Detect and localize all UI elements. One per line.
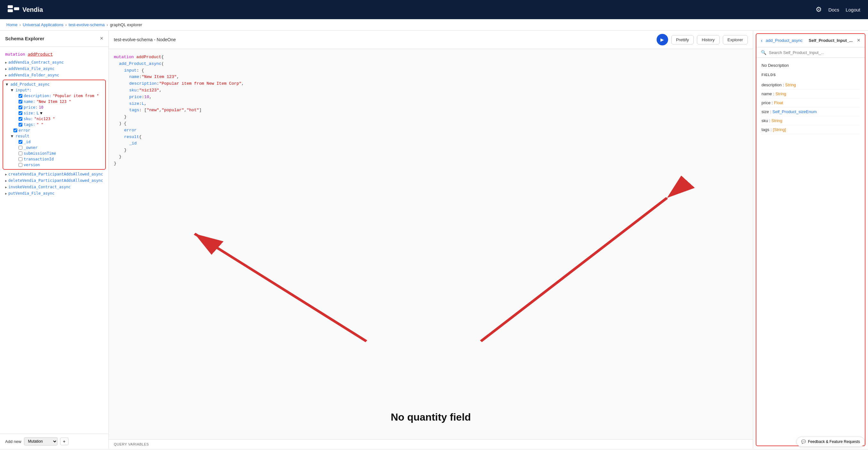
code-line-4: name: "New Item 123", (129, 74, 748, 81)
schema-item-put-file-label: putVendia_File_async (8, 191, 55, 196)
doc-field-price: price : Float (762, 98, 860, 107)
arrow-icon-contract: ▶ (5, 61, 7, 64)
code-line-13: result { (124, 134, 748, 141)
code-line-3: input: { (124, 67, 748, 74)
logout-link[interactable]: Logout (846, 7, 860, 12)
schema-item-put-file[interactable]: ▶ putVendia_File_async (0, 190, 108, 197)
field-error: error (8, 128, 105, 133)
editor-toolbar: test-evolve-schema - NodeOne ▶ Prettify … (109, 31, 753, 49)
schema-item-invoke-contract-label: invokeVendia_Contract_async (8, 185, 71, 189)
code-line-11: ) { (119, 121, 748, 127)
arrow-icon-delete-participant: ▶ (5, 179, 7, 183)
search-icon: 🔍 (761, 50, 766, 55)
doc-field-size: size : Self_Product_sizeEnum (762, 107, 860, 116)
field-name-checkbox[interactable] (19, 100, 22, 103)
code-line-14: _id (129, 140, 748, 147)
schema-item-folder[interactable]: ▶ addVendia_Folder_async (0, 72, 108, 78)
doc-panel: ‹ add_Product_async Self_Product_Input_.… (753, 31, 868, 449)
code-line-1: mutation addProduct { (114, 54, 748, 61)
field-sku: sku: "nic123 " (13, 116, 105, 122)
schema-item-contract-label: addVendia_Contract_async (8, 60, 64, 65)
main-container: Schema Explorer × mutation addProduct ▶ … (0, 31, 868, 449)
mutation-type-select[interactable]: Mutation Query Subscription (24, 437, 58, 446)
history-button[interactable]: History (697, 35, 719, 44)
doc-content: No Description FIELDS description : Stri… (756, 58, 865, 446)
code-line-5: description: "Popular item from New Item… (129, 81, 748, 87)
field-sku-checkbox[interactable] (19, 117, 22, 121)
field-id: _id (13, 139, 105, 145)
field-error-checkbox[interactable] (13, 128, 17, 132)
schema-item-delete-participant-label: deleteVendia_ParticipantAddsAllowed_asyn… (8, 178, 103, 183)
field-owner: _owner (13, 145, 105, 151)
field-version: version (13, 162, 105, 168)
doc-search-input[interactable] (769, 50, 860, 55)
arrow-icon-folder: ▶ (5, 73, 7, 77)
code-line-17: } (114, 160, 748, 167)
arrow-icon-create-participant: ▶ (5, 172, 7, 176)
highlighted-tree-box: ▼ add_Product_async ▼ input*: descriptio… (3, 79, 106, 170)
code-line-15: } (124, 147, 748, 154)
breadcrumb-schema[interactable]: test-evolve-schema (69, 22, 105, 27)
svg-rect-2 (14, 7, 19, 10)
doc-panel-inner: ‹ add_Product_async Self_Product_Input_.… (756, 33, 865, 446)
feedback-button[interactable]: 💬 Feedback & Feature Requests (796, 437, 865, 447)
field-transactionid-checkbox[interactable] (19, 157, 22, 161)
schema-item-contract[interactable]: ▶ addVendia_Contract_async (0, 59, 108, 66)
schema-item-folder-label: addVendia_Folder_async (8, 73, 59, 77)
doc-back-button[interactable]: ‹ (761, 38, 763, 43)
field-description-checkbox[interactable] (19, 94, 22, 98)
breadcrumb: Home › Universal Applications › test-evo… (0, 19, 868, 31)
doc-field-description: description : String (762, 81, 860, 90)
schema-item-invoke-contract[interactable]: ▶ invokeVendia_Contract_async (0, 184, 108, 190)
breadcrumb-sep-3: › (106, 22, 108, 27)
doc-header: ‹ add_Product_async Self_Product_Input_.… (756, 34, 865, 47)
doc-fields-label: FIELDS (762, 73, 860, 77)
field-tags-checkbox[interactable] (19, 123, 22, 127)
code-line-10: } (124, 114, 748, 121)
field-owner-checkbox[interactable] (19, 146, 22, 150)
field-tags: tags: " " (13, 122, 105, 128)
schema-item-create-participant-label: createVendia_ParticipantAddsAllowed_asyn… (8, 172, 103, 176)
field-version-checkbox[interactable] (19, 163, 22, 167)
schema-close-button[interactable]: × (100, 35, 103, 42)
doc-tab-link[interactable]: add_Product_async (764, 37, 804, 43)
settings-icon[interactable]: ⚙ (815, 5, 822, 14)
field-price-checkbox[interactable] (19, 105, 22, 109)
explorer-button[interactable]: Explorer (723, 35, 748, 44)
mutation-keyword: mutation (5, 52, 25, 57)
doc-tab-active: Self_Product_Input_... (809, 38, 852, 43)
schema-footer: Add new Mutation Query Subscription + (0, 434, 108, 449)
editor-title: test-evolve-schema - NodeOne (114, 37, 653, 42)
field-size-checkbox[interactable] (19, 111, 22, 115)
docs-link[interactable]: Docs (828, 7, 839, 12)
breadcrumb-current: graphQL explorer (110, 22, 142, 27)
run-icon: ▶ (660, 37, 664, 42)
tree-result: ▼ result (8, 133, 105, 139)
breadcrumb-sep-2: › (65, 22, 66, 27)
schema-item-file[interactable]: ▶ addVendia_File_async (0, 66, 108, 72)
breadcrumb-home[interactable]: Home (6, 22, 18, 27)
tree-input: ▼ input*: (8, 87, 105, 93)
schema-item-delete-participant[interactable]: ▶ deleteVendia_ParticipantAddsAllowed_as… (0, 178, 108, 184)
query-vars-label: Query Variables (114, 442, 149, 446)
schema-item-create-participant[interactable]: ▶ createVendia_ParticipantAddsAllowed_as… (0, 171, 108, 178)
field-submissiontime-checkbox[interactable] (19, 152, 22, 155)
run-button[interactable]: ▶ (657, 34, 668, 45)
add-mutation-button[interactable]: + (60, 438, 68, 445)
field-id-checkbox[interactable] (19, 140, 22, 144)
add-new-label: Add new (5, 439, 22, 444)
editor-body[interactable]: mutation addProduct { add_Product_async(… (109, 49, 753, 440)
editor-panel: test-evolve-schema - NodeOne ▶ Prettify … (109, 31, 753, 449)
field-name: name: "New Item 123 " (13, 99, 105, 104)
field-description: description: "Popular item from " (13, 93, 105, 99)
schema-title: Schema Explorer (5, 36, 44, 41)
arrow-icon-put-file: ▶ (5, 192, 7, 195)
prettify-button[interactable]: Prettify (671, 35, 694, 44)
mutation-name: addProduct (28, 52, 53, 57)
doc-close-button[interactable]: × (857, 37, 860, 44)
doc-field-sku: sku : String (762, 116, 860, 125)
svg-rect-0 (8, 5, 13, 8)
breadcrumb-universal-apps[interactable]: Universal Applications (23, 22, 63, 27)
field-transactionid: transactionId (13, 156, 105, 162)
svg-rect-1 (8, 9, 13, 12)
